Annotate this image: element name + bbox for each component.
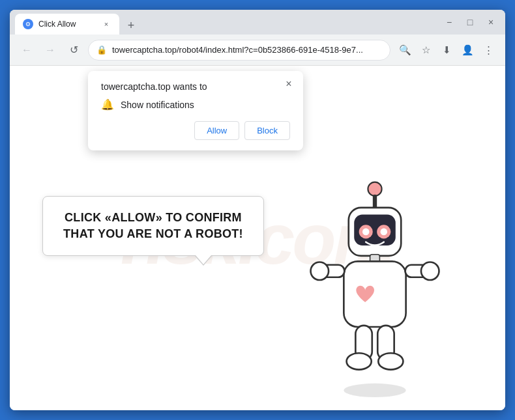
- allow-button[interactable]: Allow: [194, 121, 239, 140]
- forward-button[interactable]: →: [41, 41, 59, 59]
- title-bar: ⊙ Click Allow × + − □ ×: [10, 10, 505, 35]
- svg-point-12: [311, 262, 329, 280]
- popup-notification-label: Show notifications: [121, 100, 194, 110]
- svg-point-7: [362, 229, 370, 236]
- notification-popup: × towercaptcha.top wants to 🔔 Show notif…: [88, 71, 303, 150]
- url-text: towercaptcha.top/robot4/index.html?c=0b5…: [112, 45, 382, 55]
- popup-notification-row: 🔔 Show notifications: [101, 98, 290, 111]
- popup-close-button[interactable]: ×: [281, 76, 297, 92]
- refresh-icon: ↺: [70, 44, 78, 56]
- maximize-button[interactable]: □: [464, 16, 477, 29]
- search-icon[interactable]: 🔍: [396, 41, 414, 59]
- new-tab-button[interactable]: +: [122, 16, 140, 35]
- svg-point-8: [380, 229, 387, 236]
- profile-icon[interactable]: 👤: [458, 41, 477, 59]
- back-button[interactable]: ←: [18, 41, 36, 59]
- tab-area: ⊙ Click Allow × +: [15, 10, 440, 35]
- svg-point-0: [344, 384, 405, 397]
- svg-point-1: [368, 182, 381, 196]
- bell-icon: 🔔: [101, 98, 114, 111]
- refresh-button[interactable]: ↺: [65, 41, 83, 59]
- svg-point-18: [378, 353, 403, 369]
- tab-close-button[interactable]: ×: [101, 19, 111, 29]
- popup-buttons: Allow Block: [101, 121, 290, 140]
- toolbar-right-icons: 🔍 ☆ ⬇ 👤 ⋮: [396, 41, 497, 59]
- tab-title: Click Allow: [38, 20, 96, 29]
- address-bar[interactable]: 🔒 towercaptcha.top/robot4/index.html?c=0…: [88, 40, 390, 61]
- block-button[interactable]: Block: [244, 121, 290, 140]
- download-icon[interactable]: ⬇: [437, 41, 456, 59]
- tab-favicon: ⊙: [23, 19, 33, 29]
- robot-container: [284, 163, 466, 397]
- svg-point-14: [421, 262, 439, 280]
- window-controls: − □ ×: [443, 16, 500, 29]
- bookmark-icon[interactable]: ☆: [417, 41, 435, 59]
- close-window-button[interactable]: ×: [484, 16, 497, 29]
- bubble-text: CLICK «ALLOW» TO CONFIRM THAT YOU ARE NO…: [59, 210, 248, 242]
- speech-bubble: CLICK «ALLOW» TO CONFIRM THAT YOU ARE NO…: [42, 196, 264, 256]
- svg-point-16: [347, 353, 372, 369]
- toolbar: ← → ↺ 🔒 towercaptcha.top/robot4/index.ht…: [10, 35, 505, 66]
- active-tab[interactable]: ⊙ Click Allow ×: [15, 14, 119, 35]
- browser-window: ⊙ Click Allow × + − □ × ← → ↺ 🔒 towercap…: [10, 10, 505, 410]
- back-icon: ←: [22, 44, 32, 56]
- forward-icon: →: [45, 44, 55, 56]
- popup-title: towercaptcha.top wants to: [101, 81, 290, 92]
- svg-rect-10: [344, 261, 405, 327]
- menu-icon[interactable]: ⋮: [479, 41, 497, 59]
- page-content: risk.com × towercaptcha.top wants to 🔔 S…: [10, 66, 505, 410]
- lock-icon: 🔒: [96, 45, 107, 55]
- minimize-button[interactable]: −: [443, 16, 456, 29]
- robot-image: [284, 163, 466, 397]
